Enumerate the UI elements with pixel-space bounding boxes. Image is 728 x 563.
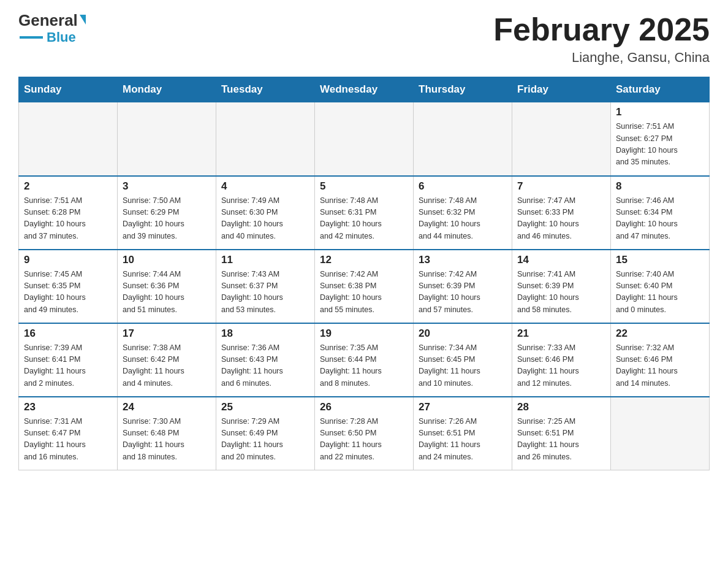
day-number: 1 xyxy=(616,106,704,118)
weekday-header-wednesday: Wednesday xyxy=(315,77,414,102)
weekday-header-thursday: Thursday xyxy=(414,77,512,102)
weekday-header-tuesday: Tuesday xyxy=(216,77,315,102)
day-info: Sunrise: 7:28 AM Sunset: 6:50 PM Dayligh… xyxy=(320,416,408,464)
day-info: Sunrise: 7:40 AM Sunset: 6:40 PM Dayligh… xyxy=(616,269,704,316)
day-number: 16 xyxy=(24,327,112,340)
calendar-week-row: 2Sunrise: 7:51 AM Sunset: 6:28 PM Daylig… xyxy=(19,176,710,250)
day-number: 18 xyxy=(221,327,309,340)
weekday-header-saturday: Saturday xyxy=(611,77,710,102)
day-number: 14 xyxy=(517,254,605,266)
day-info: Sunrise: 7:42 AM Sunset: 6:38 PM Dayligh… xyxy=(320,269,408,316)
calendar-week-row: 16Sunrise: 7:39 AM Sunset: 6:41 PM Dayli… xyxy=(19,323,710,397)
day-number: 28 xyxy=(517,401,605,413)
calendar-cell xyxy=(19,102,118,176)
calendar-cell: 16Sunrise: 7:39 AM Sunset: 6:41 PM Dayli… xyxy=(19,323,118,397)
day-number: 20 xyxy=(419,327,507,340)
calendar-cell: 11Sunrise: 7:43 AM Sunset: 6:37 PM Dayli… xyxy=(216,250,315,323)
calendar-cell: 8Sunrise: 7:46 AM Sunset: 6:34 PM Daylig… xyxy=(611,176,710,250)
day-info: Sunrise: 7:44 AM Sunset: 6:36 PM Dayligh… xyxy=(123,269,211,316)
calendar-cell: 13Sunrise: 7:42 AM Sunset: 6:39 PM Dayli… xyxy=(414,250,512,323)
calendar-cell: 18Sunrise: 7:36 AM Sunset: 6:43 PM Dayli… xyxy=(216,323,315,397)
day-number: 11 xyxy=(221,254,309,266)
day-number: 19 xyxy=(320,327,408,340)
calendar-cell: 7Sunrise: 7:47 AM Sunset: 6:33 PM Daylig… xyxy=(512,176,611,250)
day-number: 24 xyxy=(123,401,211,413)
calendar-cell xyxy=(118,102,216,176)
weekday-header-sunday: Sunday xyxy=(19,77,118,102)
calendar-cell: 1Sunrise: 7:51 AM Sunset: 6:27 PM Daylig… xyxy=(611,102,710,176)
day-info: Sunrise: 7:51 AM Sunset: 6:27 PM Dayligh… xyxy=(616,121,704,169)
day-number: 27 xyxy=(419,401,507,413)
day-info: Sunrise: 7:46 AM Sunset: 6:34 PM Dayligh… xyxy=(616,195,704,243)
location-title: Lianghe, Gansu, China xyxy=(493,50,710,66)
calendar-table: SundayMondayTuesdayWednesdayThursdayFrid… xyxy=(18,77,710,470)
day-info: Sunrise: 7:31 AM Sunset: 6:47 PM Dayligh… xyxy=(24,416,112,464)
calendar-cell: 19Sunrise: 7:35 AM Sunset: 6:44 PM Dayli… xyxy=(315,323,414,397)
day-number: 7 xyxy=(517,180,605,193)
day-info: Sunrise: 7:36 AM Sunset: 6:43 PM Dayligh… xyxy=(221,342,309,390)
calendar-cell: 20Sunrise: 7:34 AM Sunset: 6:45 PM Dayli… xyxy=(414,323,512,397)
day-number: 26 xyxy=(320,401,408,413)
day-number: 17 xyxy=(123,327,211,340)
day-info: Sunrise: 7:25 AM Sunset: 6:51 PM Dayligh… xyxy=(517,416,605,464)
weekday-header-monday: Monday xyxy=(118,77,216,102)
weekday-header-friday: Friday xyxy=(512,77,611,102)
day-info: Sunrise: 7:48 AM Sunset: 6:31 PM Dayligh… xyxy=(320,195,408,243)
title-area: February 2025 Lianghe, Gansu, China xyxy=(493,12,710,66)
calendar-cell: 23Sunrise: 7:31 AM Sunset: 6:47 PM Dayli… xyxy=(19,397,118,470)
day-info: Sunrise: 7:35 AM Sunset: 6:44 PM Dayligh… xyxy=(320,342,408,390)
day-number: 8 xyxy=(616,180,704,193)
calendar-week-row: 1Sunrise: 7:51 AM Sunset: 6:27 PM Daylig… xyxy=(19,102,710,176)
calendar-cell: 26Sunrise: 7:28 AM Sunset: 6:50 PM Dayli… xyxy=(315,397,414,470)
day-info: Sunrise: 7:42 AM Sunset: 6:39 PM Dayligh… xyxy=(419,269,507,316)
day-info: Sunrise: 7:50 AM Sunset: 6:29 PM Dayligh… xyxy=(123,195,211,243)
calendar-cell xyxy=(414,102,512,176)
day-number: 25 xyxy=(221,401,309,413)
page-header: General Blue February 2025 Lianghe, Gans… xyxy=(18,12,710,66)
day-number: 6 xyxy=(419,180,507,193)
weekday-header-row: SundayMondayTuesdayWednesdayThursdayFrid… xyxy=(19,77,710,102)
day-info: Sunrise: 7:26 AM Sunset: 6:51 PM Dayligh… xyxy=(419,416,507,464)
day-info: Sunrise: 7:30 AM Sunset: 6:48 PM Dayligh… xyxy=(123,416,211,464)
calendar-cell: 17Sunrise: 7:38 AM Sunset: 6:42 PM Dayli… xyxy=(118,323,216,397)
day-info: Sunrise: 7:32 AM Sunset: 6:46 PM Dayligh… xyxy=(616,342,704,390)
calendar-cell: 14Sunrise: 7:41 AM Sunset: 6:39 PM Dayli… xyxy=(512,250,611,323)
day-number: 13 xyxy=(419,254,507,266)
day-info: Sunrise: 7:39 AM Sunset: 6:41 PM Dayligh… xyxy=(24,342,112,390)
calendar-cell: 10Sunrise: 7:44 AM Sunset: 6:36 PM Dayli… xyxy=(118,250,216,323)
day-number: 23 xyxy=(24,401,112,413)
calendar-cell: 9Sunrise: 7:45 AM Sunset: 6:35 PM Daylig… xyxy=(19,250,118,323)
calendar-cell: 3Sunrise: 7:50 AM Sunset: 6:29 PM Daylig… xyxy=(118,176,216,250)
day-number: 5 xyxy=(320,180,408,193)
calendar-cell xyxy=(611,397,710,470)
day-info: Sunrise: 7:45 AM Sunset: 6:35 PM Dayligh… xyxy=(24,269,112,316)
logo-general-text: General xyxy=(18,12,78,28)
day-number: 3 xyxy=(123,180,211,193)
day-number: 4 xyxy=(221,180,309,193)
day-info: Sunrise: 7:38 AM Sunset: 6:42 PM Dayligh… xyxy=(123,342,211,390)
day-info: Sunrise: 7:51 AM Sunset: 6:28 PM Dayligh… xyxy=(24,195,112,243)
logo-bar xyxy=(20,36,43,39)
logo-bottom: Blue xyxy=(20,29,76,45)
day-info: Sunrise: 7:41 AM Sunset: 6:39 PM Dayligh… xyxy=(517,269,605,316)
day-info: Sunrise: 7:43 AM Sunset: 6:37 PM Dayligh… xyxy=(221,269,309,316)
calendar-cell xyxy=(216,102,315,176)
calendar-cell: 22Sunrise: 7:32 AM Sunset: 6:46 PM Dayli… xyxy=(611,323,710,397)
day-number: 12 xyxy=(320,254,408,266)
calendar-cell: 2Sunrise: 7:51 AM Sunset: 6:28 PM Daylig… xyxy=(19,176,118,250)
day-info: Sunrise: 7:34 AM Sunset: 6:45 PM Dayligh… xyxy=(419,342,507,390)
calendar-cell: 12Sunrise: 7:42 AM Sunset: 6:38 PM Dayli… xyxy=(315,250,414,323)
day-number: 21 xyxy=(517,327,605,340)
calendar-cell: 6Sunrise: 7:48 AM Sunset: 6:32 PM Daylig… xyxy=(414,176,512,250)
calendar-cell: 4Sunrise: 7:49 AM Sunset: 6:30 PM Daylig… xyxy=(216,176,315,250)
day-number: 9 xyxy=(24,254,112,266)
calendar-week-row: 9Sunrise: 7:45 AM Sunset: 6:35 PM Daylig… xyxy=(19,250,710,323)
day-number: 22 xyxy=(616,327,704,340)
calendar-cell: 27Sunrise: 7:26 AM Sunset: 6:51 PM Dayli… xyxy=(414,397,512,470)
logo-triangle-icon xyxy=(80,15,86,25)
calendar-week-row: 23Sunrise: 7:31 AM Sunset: 6:47 PM Dayli… xyxy=(19,397,710,470)
calendar-cell: 28Sunrise: 7:25 AM Sunset: 6:51 PM Dayli… xyxy=(512,397,611,470)
logo-blue-text: Blue xyxy=(47,29,76,45)
day-info: Sunrise: 7:29 AM Sunset: 6:49 PM Dayligh… xyxy=(221,416,309,464)
day-info: Sunrise: 7:48 AM Sunset: 6:32 PM Dayligh… xyxy=(419,195,507,243)
